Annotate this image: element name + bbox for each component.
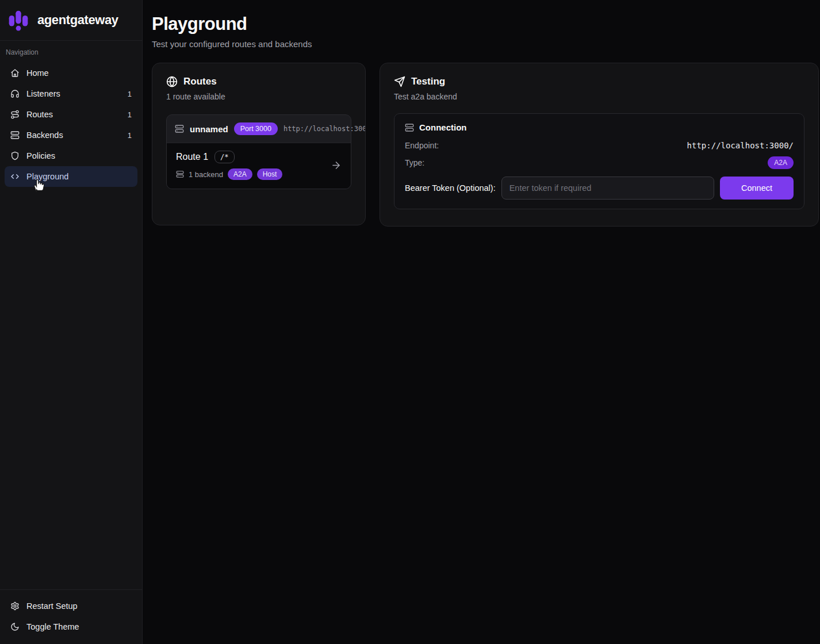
connection-panel: Connection Endpoint: http://localhost:30… — [394, 113, 804, 209]
connect-button[interactable]: Connect — [720, 177, 794, 200]
restart-setup-button[interactable]: Restart Setup — [5, 596, 137, 616]
listener-name: unnamed — [190, 124, 228, 134]
route-host-badge: Host — [257, 168, 283, 180]
sidebar-item-label: Policies — [26, 151, 55, 160]
endpoint-value: http://localhost:3000/ — [687, 141, 794, 150]
moon-icon — [10, 622, 20, 631]
sidebar-item-label: Home — [26, 68, 49, 78]
main-content: Playground Test your configured routes a… — [143, 0, 820, 644]
route-path-badge: /* — [214, 151, 234, 163]
brand-name: agentgateway — [37, 13, 118, 28]
testing-card-subtitle: Test a2a backend — [394, 92, 804, 101]
nav-section-label: Navigation — [5, 48, 137, 56]
sidebar-item-count: 1 — [128, 131, 132, 140]
sidebar: agentgateway Navigation Home Listeners 1… — [0, 0, 143, 644]
testing-card: Testing Test a2a backend Connection Endp… — [380, 63, 819, 227]
sidebar-item-policies[interactable]: Policies — [5, 145, 137, 166]
sidebar-item-label: Listeners — [26, 89, 60, 98]
brand-header: agentgateway — [0, 0, 142, 41]
sidebar-item-listeners[interactable]: Listeners 1 — [5, 83, 137, 104]
testing-card-title: Testing — [411, 76, 445, 87]
sidebar-item-label: Backends — [26, 131, 63, 140]
listener-group: unnamed Port 3000 http://localhost:3000/… — [166, 114, 351, 189]
bearer-token-label: Bearer Token (Optional): — [405, 183, 496, 193]
type-badge: A2A — [768, 156, 794, 169]
server-icon — [405, 123, 414, 132]
code-icon — [10, 172, 20, 181]
type-row: Type: A2A — [405, 156, 794, 169]
send-icon — [394, 76, 405, 87]
server-icon — [175, 124, 184, 133]
routes-card-header: Routes — [166, 76, 351, 87]
bearer-token-input[interactable] — [501, 177, 714, 200]
connection-header: Connection — [405, 122, 794, 132]
home-icon — [10, 68, 20, 78]
routes-card-subtitle: 1 route available — [166, 92, 351, 101]
toggle-theme-button[interactable]: Toggle Theme — [5, 616, 137, 637]
bearer-token-row: Bearer Token (Optional): Connect — [405, 177, 794, 200]
route-backend-count: 1 backend — [189, 170, 223, 179]
gear-icon — [10, 601, 20, 611]
testing-card-header: Testing — [394, 76, 804, 87]
restart-setup-label: Restart Setup — [26, 601, 78, 611]
route-protocol-badge: A2A — [228, 168, 252, 180]
connection-title: Connection — [419, 122, 467, 132]
shield-icon — [10, 151, 20, 160]
endpoint-label: Endpoint: — [405, 141, 439, 150]
sidebar-nav: Navigation Home Listeners 1 Routes 1 — [0, 41, 142, 589]
routes-card-title: Routes — [183, 76, 217, 87]
port-badge: Port 3000 — [234, 122, 278, 135]
type-label: Type: — [405, 158, 424, 167]
cards-row: Routes 1 route available unnamed Port 30… — [152, 63, 820, 227]
listener-url: http://localhost:3000/ — [283, 125, 366, 133]
listener-header: unnamed Port 3000 http://localhost:3000/ — [167, 115, 351, 143]
endpoint-row: Endpoint: http://localhost:3000/ — [405, 141, 794, 150]
server-icon — [10, 131, 20, 140]
sidebar-item-playground[interactable]: Playground — [5, 166, 137, 187]
sidebar-item-label: Playground — [26, 172, 68, 181]
sidebar-item-count: 1 — [128, 90, 132, 98]
toggle-theme-label: Toggle Theme — [26, 622, 79, 631]
sidebar-item-backends[interactable]: Backends 1 — [5, 125, 137, 145]
page-title: Playground — [152, 15, 820, 33]
route-list-item[interactable]: Route 1 /* 1 backend A2A Host — [167, 143, 351, 189]
page-subtitle: Test your configured routes and backends — [152, 39, 820, 49]
agentgateway-logo-icon — [7, 8, 30, 32]
route-name: Route 1 — [176, 152, 208, 162]
arrow-right-icon — [331, 160, 342, 171]
sidebar-item-routes[interactable]: Routes 1 — [5, 104, 137, 125]
sidebar-item-count: 1 — [128, 110, 132, 119]
sidebar-footer: Restart Setup Toggle Theme — [0, 589, 142, 644]
route-icon — [10, 110, 20, 119]
sidebar-item-label: Routes — [26, 110, 53, 119]
headphones-icon — [10, 89, 20, 98]
route-info: Route 1 /* 1 backend A2A Host — [176, 151, 282, 180]
server-icon — [176, 170, 184, 178]
routes-card: Routes 1 route available unnamed Port 30… — [152, 63, 366, 225]
globe-icon — [166, 76, 178, 87]
sidebar-item-home[interactable]: Home — [5, 63, 137, 83]
